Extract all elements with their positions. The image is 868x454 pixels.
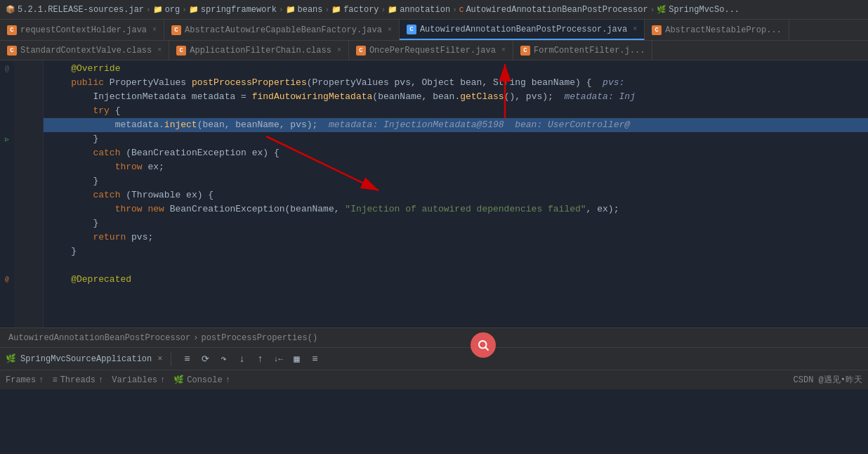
toolbar-btn-step-into[interactable]: ↓ bbox=[235, 352, 249, 366]
tab-icon-3: C bbox=[652, 25, 662, 35]
code-content[interactable]: @Override public PropertyValues postProc… bbox=[44, 60, 868, 327]
code-line-1: @Override bbox=[44, 62, 868, 76]
code-line-11: throw new BeanCreationException(beanName… bbox=[44, 202, 868, 216]
gutter-row-2 bbox=[0, 90, 14, 104]
gutter-row-9 bbox=[0, 188, 14, 202]
toolbar-btn-menu[interactable]: ≡ bbox=[180, 352, 194, 366]
variables-item[interactable]: Variables ↑ bbox=[112, 375, 165, 385]
gutter-row-3 bbox=[0, 104, 14, 118]
tab-close-6[interactable]: × bbox=[501, 46, 506, 54]
editor-area: @ ▷ @ @Override bbox=[0, 60, 868, 327]
tab-request-context-holder[interactable]: C requestContextHolder.java × bbox=[0, 20, 164, 40]
toolbar-btn-evaluate[interactable]: ▦ bbox=[289, 352, 303, 366]
gutter-icons: @ ▷ @ bbox=[0, 60, 14, 327]
tab-icon-0: C bbox=[7, 25, 17, 35]
toolbar-btn-resume[interactable]: ⟳ bbox=[198, 352, 212, 366]
console-icon: 🌿 bbox=[173, 375, 184, 385]
line-num-13 bbox=[14, 231, 43, 245]
tab-form-content-filter[interactable]: C FormContentFilter.j... bbox=[513, 41, 652, 60]
tab-standard-context-valve[interactable]: C StandardContextValve.class × bbox=[0, 41, 169, 60]
status-breadcrumb: AutowiredAnnotationBeanPostProcessor › p… bbox=[8, 333, 317, 343]
breadcrumb-org[interactable]: 📁 org bbox=[153, 5, 180, 15]
toolbar-btn-run-cursor[interactable]: ↓← bbox=[271, 352, 285, 366]
line-num-10 bbox=[14, 188, 43, 202]
code-line-14: } bbox=[44, 245, 868, 259]
code-line-13: return pvs; bbox=[44, 231, 868, 245]
line-gutter bbox=[14, 60, 44, 327]
debug-close[interactable]: × bbox=[157, 354, 162, 364]
line-num-9 bbox=[14, 174, 43, 188]
breadcrumb-annotation[interactable]: 📁 annotation bbox=[388, 5, 450, 15]
threads-item[interactable]: ≡ Threads ↑ bbox=[52, 375, 103, 385]
tab-icon-5: C bbox=[176, 46, 186, 56]
threads-label: Threads bbox=[60, 375, 96, 385]
threads-icon: ≡ bbox=[52, 375, 57, 385]
frames-arrow: ↑ bbox=[39, 375, 44, 385]
gutter-row-6 bbox=[0, 146, 14, 160]
search-icon bbox=[477, 339, 489, 351]
status-bar: AutowiredAnnotationBeanPostProcessor › p… bbox=[0, 327, 868, 347]
code-line-8: throw ex; bbox=[44, 160, 868, 174]
bottom-status-bar: Frames ↑ ≡ Threads ↑ Variables ↑ 🌿 Conso… bbox=[0, 370, 868, 389]
tab-application-filter-chain[interactable]: C ApplicationFilterChain.class × bbox=[169, 41, 349, 60]
tab-abstract-nestable[interactable]: C AbstractNestableProp... bbox=[645, 20, 789, 40]
tab-close-5[interactable]: × bbox=[337, 46, 341, 54]
spring-icon: 🌿 bbox=[6, 354, 16, 364]
toolbar-btn-step-over[interactable]: ↷ bbox=[216, 352, 230, 366]
console-label: Console bbox=[187, 375, 222, 385]
line-num-11 bbox=[14, 202, 43, 216]
breadcrumb-sep-0: › bbox=[146, 6, 151, 14]
debug-bar: 🌿 SpringMvcSourceApplication × ≡ ⟳ ↷ ↓ ↑… bbox=[0, 347, 868, 370]
tab-label-5: ApplicationFilterChain.class bbox=[190, 46, 331, 56]
code-line-4: try { bbox=[44, 104, 868, 118]
gutter-row-12 bbox=[0, 231, 14, 245]
tab-once-per-request[interactable]: C OncePerRequestFilter.java × bbox=[349, 41, 513, 60]
frames-label: Frames bbox=[6, 375, 36, 385]
toolbar-btn-step-out[interactable]: ↑ bbox=[253, 352, 267, 366]
tab-icon-7: C bbox=[520, 46, 530, 56]
line-num-4 bbox=[14, 104, 43, 118]
variables-arrow: ↑ bbox=[160, 375, 165, 385]
tab-autowired-annotation[interactable]: C AutowiredAnnotationBeanPostProcessor.j… bbox=[400, 20, 645, 40]
tab-label-0: requestContextHolder.java bbox=[20, 25, 147, 35]
code-line-15 bbox=[44, 259, 868, 273]
gutter-row-14 bbox=[0, 259, 14, 273]
breadcrumb-beans[interactable]: 📁 beans bbox=[286, 5, 323, 15]
frames-item[interactable]: Frames ↑ bbox=[6, 375, 44, 385]
variables-label: Variables bbox=[112, 375, 157, 385]
gutter-row-4 bbox=[0, 118, 14, 132]
breadcrumb-bar: 📦 5.2.1.RELEASE-sources.jar › 📁 org › 📁 … bbox=[0, 0, 868, 20]
line-num-16 bbox=[14, 273, 43, 287]
tab-close-1[interactable]: × bbox=[388, 26, 392, 34]
gutter-row-13 bbox=[0, 245, 14, 259]
tab-icon-1: C bbox=[171, 25, 181, 35]
code-line-3: InjectionMetadata metadata = findAutowir… bbox=[44, 90, 868, 104]
line-num-12 bbox=[14, 216, 43, 231]
code-line-9: } bbox=[44, 174, 868, 188]
breadcrumb-jar[interactable]: 📦 5.2.1.RELEASE-sources.jar bbox=[6, 5, 144, 15]
console-arrow: ↑ bbox=[225, 375, 230, 385]
breadcrumb-class[interactable]: C AutowiredAnnotationBeanPostProcessor bbox=[459, 5, 648, 15]
tab-close-4[interactable]: × bbox=[157, 46, 162, 54]
gutter-row-10 bbox=[0, 202, 14, 216]
debug-app-name: SpringMvcSourceApplication bbox=[20, 354, 152, 364]
toolbar-btn-settings[interactable]: ≡ bbox=[308, 352, 322, 366]
status-arrow: › bbox=[193, 333, 198, 343]
svg-point-4 bbox=[479, 341, 487, 349]
code-line-16: @Deprecated bbox=[44, 273, 868, 287]
tab-abstract-autowire[interactable]: C AbstractAutowireCapableBeanFactory.jav… bbox=[164, 20, 400, 40]
tab-close-0[interactable]: × bbox=[152, 26, 157, 34]
breadcrumb-springframework[interactable]: 📁 springframework bbox=[189, 5, 277, 15]
tab-label-3: AbstractNestableProp... bbox=[665, 25, 782, 35]
search-fab[interactable] bbox=[471, 332, 496, 358]
gutter-row-7 bbox=[0, 160, 14, 174]
tab-icon-2: C bbox=[407, 25, 416, 34]
breadcrumb-factory[interactable]: 📁 factory bbox=[331, 5, 379, 15]
tab-close-2[interactable]: × bbox=[633, 25, 637, 33]
code-line-10: catch (Throwable ex) { bbox=[44, 188, 868, 202]
breadcrumb-spring[interactable]: 🌿 SpringMvcSo... bbox=[657, 5, 739, 15]
console-item[interactable]: 🌿 Console ↑ bbox=[173, 375, 230, 385]
svg-line-5 bbox=[485, 347, 489, 351]
tabs-row-1: C requestContextHolder.java × C Abstract… bbox=[0, 20, 868, 41]
line-num-1 bbox=[14, 62, 43, 76]
